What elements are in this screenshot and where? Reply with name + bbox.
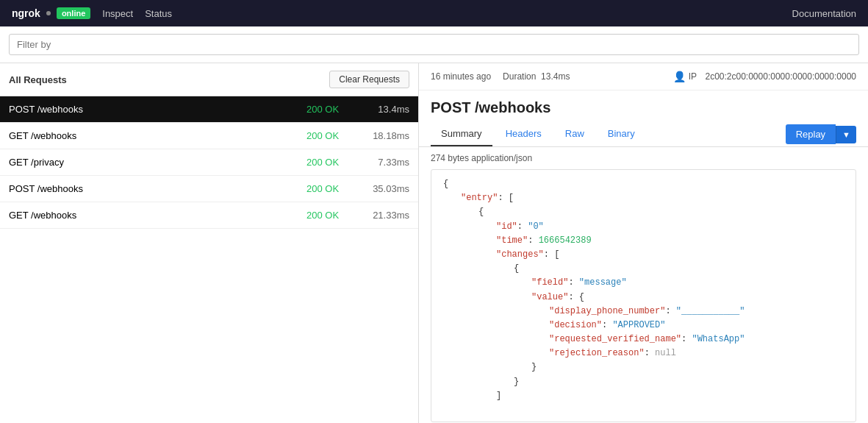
request-title: POST /webhooks <box>419 90 868 122</box>
main-layout: All Requests Clear Requests POST /webhoo… <box>0 63 868 423</box>
content-meta: 274 bytes application/json <box>419 147 868 169</box>
request-method-path: GET /webhooks <box>9 210 306 221</box>
nav-inspect[interactable]: Inspect <box>102 8 133 19</box>
tab-raw[interactable]: Raw <box>555 122 595 146</box>
request-status: 200 OK <box>306 210 358 221</box>
tab-summary[interactable]: Summary <box>431 122 492 146</box>
clear-requests-button[interactable]: Clear Requests <box>329 71 409 88</box>
ip-value: 2c00:2c00:0000:0000:0000:0000:0000 <box>705 71 856 82</box>
request-row[interactable]: GET /webhooks 200 OK 21.33ms <box>0 202 418 229</box>
request-row[interactable]: POST /webhooks 200 OK 13.4ms <box>0 96 418 123</box>
request-status: 200 OK <box>306 183 358 194</box>
request-duration: 18.18ms <box>358 130 409 141</box>
request-duration: 7.33ms <box>358 157 409 168</box>
request-row[interactable]: GET /webhooks 200 OK 18.18ms <box>0 123 418 149</box>
duration-value: 13.4ms <box>541 71 570 82</box>
request-method-path: POST /webhooks <box>9 104 306 115</box>
request-status: 200 OK <box>306 104 358 115</box>
meta-duration: Duration 13.4ms <box>503 71 570 82</box>
request-status: 200 OK <box>306 157 358 168</box>
request-method-path: POST /webhooks <box>9 183 306 194</box>
right-panel: 16 minutes ago Duration 13.4ms 👤 IP 2c00… <box>419 63 868 423</box>
replay-btn-group: Replay ▼ <box>786 124 856 144</box>
navbar: ngrok online Inspect Status Documentatio… <box>0 0 868 26</box>
all-requests-label: All Requests <box>9 74 67 85</box>
nav-documentation[interactable]: Documentation <box>792 8 856 19</box>
nav-status[interactable]: Status <box>145 8 172 19</box>
request-method-path: GET /privacy <box>9 157 306 168</box>
filter-bar <box>0 26 868 63</box>
replay-dropdown-button[interactable]: ▼ <box>836 126 856 143</box>
request-status: 200 OK <box>306 130 358 141</box>
tab-headers[interactable]: Headers <box>495 122 552 146</box>
left-panel: All Requests Clear Requests POST /webhoo… <box>0 63 419 423</box>
request-duration: 21.33ms <box>358 210 409 221</box>
request-duration: 35.03ms <box>358 183 409 194</box>
tabs-bar: Summary Headers Raw Binary Replay ▼ <box>419 122 868 147</box>
left-panel-header: All Requests Clear Requests <box>0 63 418 96</box>
meta-time-ago: 16 minutes ago <box>431 71 491 82</box>
ip-label: IP <box>689 71 697 82</box>
tab-binary[interactable]: Binary <box>598 122 645 146</box>
request-meta: 16 minutes ago Duration 13.4ms 👤 IP 2c00… <box>419 63 868 90</box>
meta-ip: 👤 IP 2c00:2c00:0000:0000:0000:0000:0000 <box>673 71 856 82</box>
request-row[interactable]: POST /webhooks 200 OK 35.03ms <box>0 176 418 202</box>
brand-logo: ngrok <box>12 7 40 19</box>
duration-label: Duration <box>503 71 536 82</box>
request-duration: 13.4ms <box>358 104 409 115</box>
request-method-path: GET /webhooks <box>9 130 306 141</box>
user-icon: 👤 <box>673 71 686 82</box>
replay-button[interactable]: Replay <box>786 124 836 144</box>
filter-input[interactable] <box>9 34 859 55</box>
requests-list: POST /webhooks 200 OK 13.4ms GET /webhoo… <box>0 96 418 423</box>
json-viewer: {"entry": [{"id": "0""time": 1666542389"… <box>431 169 856 422</box>
status-dot <box>46 11 51 15</box>
request-row[interactable]: GET /privacy 200 OK 7.33ms <box>0 149 418 176</box>
online-badge: online <box>57 7 90 19</box>
